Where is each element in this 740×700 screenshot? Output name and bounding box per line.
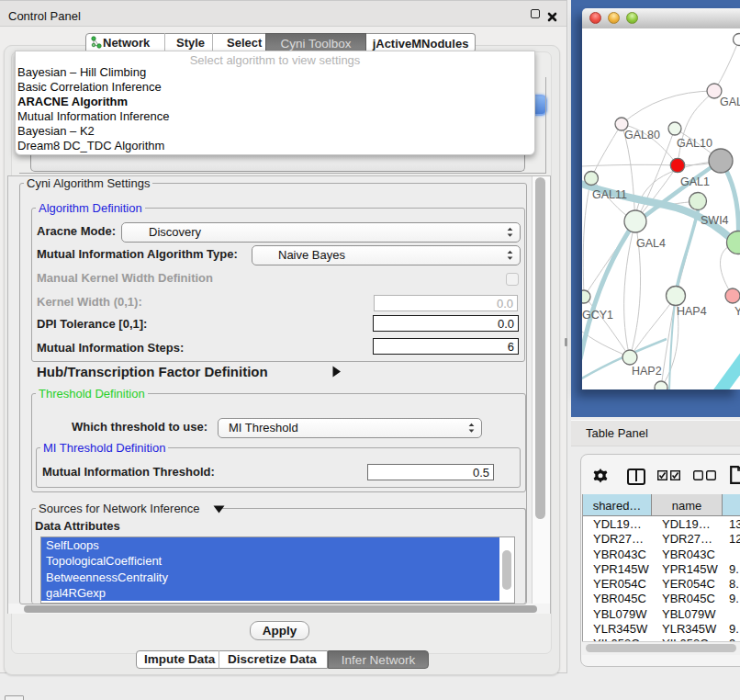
svg-text:HAP4: HAP4 (677, 305, 707, 318)
svg-text:GAL10: GAL10 (677, 137, 712, 150)
svg-text:HAP2: HAP2 (632, 365, 662, 378)
svg-text:GAL7: GAL7 (720, 96, 740, 108)
svg-text:YP: YP (734, 305, 740, 318)
svg-text:GAL11: GAL11 (592, 188, 627, 201)
svg-text:SWI4: SWI4 (701, 214, 729, 227)
svg-text:GCY1: GCY1 (582, 309, 613, 322)
svg-text:GAL80: GAL80 (624, 129, 660, 141)
svg-text:GAL4: GAL4 (636, 237, 666, 250)
svg-text:GAL1: GAL1 (680, 175, 710, 188)
